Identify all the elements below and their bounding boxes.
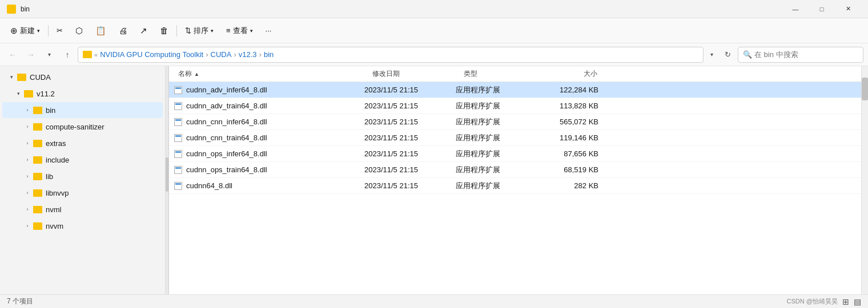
sidebar-item-nvml[interactable]: › nvml	[2, 201, 163, 217]
view-label: 查看	[233, 26, 248, 36]
sort-button[interactable]: ⇅ 排序 ▾	[179, 22, 219, 40]
folder-icon-include	[33, 156, 42, 164]
dll-file-icon	[174, 134, 182, 142]
sidebar-scrollbar	[166, 66, 169, 294]
sidebar: ▾ CUDA ▾ v11.2 › bin › compute-sanitizer…	[0, 66, 166, 294]
breadcrumb-cuda[interactable]: CUDA	[211, 50, 232, 59]
breadcrumb-nvidia[interactable]: NVIDIA GPU Computing Toolkit	[100, 50, 203, 59]
cell-name: cudnn_adv_train64_8.dll	[174, 102, 364, 111]
table-row[interactable]: cudnn64_8.dll 2023/11/5 21:15 应用程序扩展 282…	[169, 178, 861, 194]
share-button[interactable]: ↗	[134, 22, 153, 40]
copy-icon: ⬡	[75, 26, 83, 36]
cell-date: 2023/11/5 21:15	[364, 86, 456, 94]
table-row[interactable]: cudnn_adv_train64_8.dll 2023/11/5 21:15 …	[169, 98, 861, 114]
view-icon-grid[interactable]: ⊞	[842, 297, 849, 306]
sidebar-item-lib[interactable]: › lib	[2, 168, 163, 184]
sidebar-item-extras[interactable]: › extras	[2, 135, 163, 151]
item-count: 7 个项目	[7, 297, 33, 306]
minimize-button[interactable]: —	[782, 0, 809, 18]
header-date[interactable]: 修改日期	[368, 66, 459, 82]
file-icon	[174, 133, 183, 143]
view-button[interactable]: ≡ 查看 ▾	[220, 22, 259, 40]
sidebar-item-nvvm[interactable]: › nvvm	[2, 218, 163, 234]
cell-name: cudnn_cnn_infer64_8.dll	[174, 117, 364, 127]
sort-label: 排序	[194, 26, 208, 36]
delete-icon: 🗑	[160, 26, 168, 35]
toolbar-separator-2	[176, 25, 177, 37]
expand-arrow-nvml: ›	[23, 205, 32, 214]
back-button[interactable]: ←	[5, 47, 21, 63]
cell-size: 565,072 KB	[530, 117, 598, 126]
cell-size: 87,656 KB	[530, 149, 598, 158]
expand-arrow-v112: ▾	[14, 89, 23, 98]
up-button[interactable]: ↑	[59, 47, 75, 63]
table-row[interactable]: cudnn_cnn_train64_8.dll 2023/11/5 21:15 …	[169, 130, 861, 146]
title-bar-icon	[7, 5, 16, 14]
cut-button[interactable]: ✂	[51, 22, 69, 40]
cell-name: cudnn_ops_train64_8.dll	[174, 165, 364, 175]
cell-type: 应用程序扩展	[456, 165, 530, 175]
rename-button[interactable]: 🖨	[113, 22, 133, 40]
refresh-button[interactable]: ↻	[720, 47, 736, 63]
forward-button[interactable]: →	[23, 47, 39, 63]
right-scrollbar[interactable]	[861, 66, 868, 294]
cell-date: 2023/11/5 21:15	[364, 102, 456, 110]
header-name[interactable]: 名称 ▲	[174, 66, 368, 82]
sidebar-item-compute-sanitizer[interactable]: › compute-sanitizer	[2, 119, 163, 135]
sidebar-item-include[interactable]: › include	[2, 152, 163, 168]
file-name-text: cudnn_cnn_train64_8.dll	[186, 133, 267, 142]
recent-button[interactable]: ▾	[41, 47, 57, 63]
table-row[interactable]: cudnn_ops_infer64_8.dll 2023/11/5 21:15 …	[169, 146, 861, 162]
sidebar-label-bin: bin	[46, 106, 55, 115]
expand-arrow-bin: ›	[23, 106, 32, 115]
sidebar-item-cuda[interactable]: ▾ CUDA	[2, 69, 163, 85]
cell-type: 应用程序扩展	[456, 117, 530, 127]
sidebar-item-libnvvp[interactable]: › libnvvp	[2, 185, 163, 201]
new-label: 新建	[20, 26, 35, 36]
table-row[interactable]: cudnn_ops_train64_8.dll 2023/11/5 21:15 …	[169, 162, 861, 178]
header-type[interactable]: 类型	[459, 66, 533, 82]
search-box: 🔍	[738, 47, 863, 63]
main-content: ▾ CUDA ▾ v11.2 › bin › compute-sanitizer…	[0, 66, 868, 294]
paste-button[interactable]: 📋	[90, 22, 112, 40]
view-icon-list[interactable]: ▤	[854, 297, 861, 306]
breadcrumb-bin[interactable]: bin	[264, 50, 274, 59]
copy-button[interactable]: ⬡	[70, 22, 89, 40]
dll-file-icon	[174, 102, 182, 110]
expand-arrow-compute-sanitizer: ›	[23, 122, 32, 131]
view-chevron-icon: ▾	[250, 28, 253, 34]
new-button[interactable]: ⊕ 新建 ▾	[5, 22, 46, 40]
maximize-button[interactable]: □	[809, 0, 835, 18]
header-size[interactable]: 大小	[533, 66, 602, 82]
folder-icon-extras	[33, 140, 42, 147]
sidebar-item-bin[interactable]: › bin	[2, 102, 163, 118]
delete-button[interactable]: 🗑	[154, 22, 174, 40]
scrollbar-thumb	[862, 78, 868, 100]
sidebar-item-v112[interactable]: ▾ v11.2	[2, 86, 163, 102]
table-row[interactable]: cudnn_adv_infer64_8.dll 2023/11/5 21:15 …	[169, 82, 861, 98]
breadcrumb-arrow-3: ›	[259, 50, 262, 59]
breadcrumb-bar[interactable]: « NVIDIA GPU Computing Toolkit › CUDA › …	[78, 47, 704, 63]
toolbar-separator-1	[48, 25, 49, 37]
cell-size: 282 KB	[530, 181, 598, 190]
sidebar-label-compute-sanitizer: compute-sanitizer	[46, 123, 105, 131]
breadcrumb-dropdown-button[interactable]: ▾	[706, 47, 717, 63]
sidebar-scrollbar-thumb	[166, 157, 168, 192]
title-bar: bin — □ ✕	[0, 0, 868, 18]
cell-size: 113,828 KB	[530, 102, 598, 110]
breadcrumb-version[interactable]: v12.3	[239, 50, 257, 59]
search-input[interactable]	[754, 50, 858, 59]
table-row[interactable]: cudnn_cnn_infer64_8.dll 2023/11/5 21:15 …	[169, 114, 861, 130]
new-icon: ⊕	[10, 26, 18, 36]
cell-date: 2023/11/5 21:15	[364, 165, 456, 174]
title-bar-controls: — □ ✕	[782, 0, 861, 18]
folder-icon-nvvm	[33, 222, 42, 230]
rename-icon: 🖨	[119, 26, 127, 35]
expand-arrow-libnvvp: ›	[23, 188, 32, 197]
sidebar-label-lib: lib	[46, 172, 53, 181]
more-button[interactable]: ···	[260, 22, 278, 40]
cell-type: 应用程序扩展	[456, 149, 530, 159]
close-button[interactable]: ✕	[835, 0, 861, 18]
folder-icon-libnvvp	[33, 189, 42, 197]
status-right: CSDN @怡靖昊昊 ⊞ ▤	[787, 297, 861, 306]
